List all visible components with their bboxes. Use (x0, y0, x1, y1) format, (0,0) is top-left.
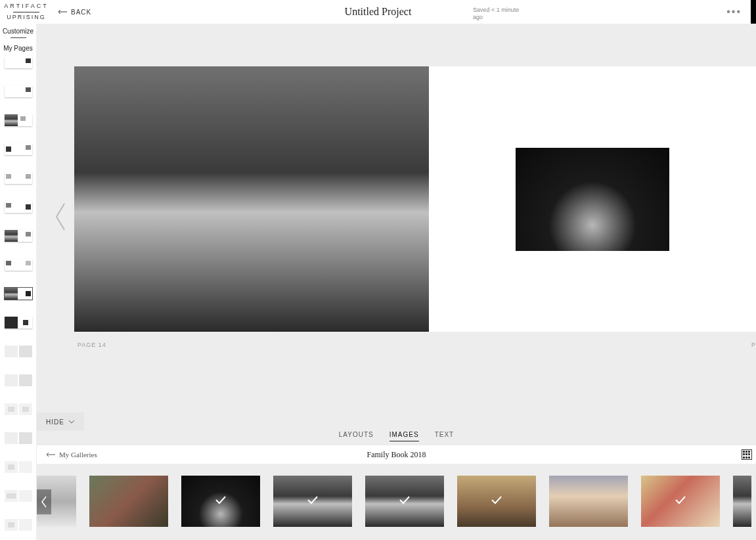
saved-status: Saved < 1 minute ago (473, 7, 520, 21)
page-thumb[interactable] (5, 461, 32, 473)
page-thumb[interactable] (5, 490, 32, 502)
check-icon (213, 493, 228, 510)
sidebar: Customize My Pages (0, 24, 37, 540)
page-spread (74, 66, 756, 332)
more-menu-button[interactable]: ••• (726, 6, 742, 18)
tab-customize[interactable]: Customize (0, 24, 36, 37)
gallery-image[interactable] (733, 476, 751, 527)
tab-layouts[interactable]: LAYOUTS (339, 431, 374, 441)
panel-tabs: LAYOUTS IMAGES TEXT (37, 422, 756, 441)
page-thumb[interactable] (5, 288, 32, 300)
page-thumb[interactable] (5, 374, 32, 386)
page-right[interactable] (429, 66, 756, 332)
gallery-image[interactable] (181, 476, 260, 527)
right-edge-handle[interactable] (751, 0, 756, 24)
chevron-down-icon (68, 420, 75, 424)
gallery-header: My Galleries Family Book 2018 (37, 445, 756, 464)
gallery-back-label: My Galleries (59, 451, 97, 459)
page-thumb[interactable] (5, 114, 32, 126)
check-icon (305, 493, 320, 510)
strip-prev-button[interactable] (37, 489, 51, 514)
arrow-left-icon (46, 452, 55, 457)
arrow-left-icon (58, 9, 67, 14)
gallery-image[interactable] (641, 476, 720, 527)
gallery-title: Family Book 2018 (367, 450, 426, 460)
back-button[interactable]: BACK (58, 9, 91, 16)
page-thumb[interactable] (5, 432, 32, 444)
photo-slot-centered[interactable] (516, 148, 669, 251)
page-left[interactable] (74, 66, 429, 332)
page-thumb[interactable] (5, 172, 32, 184)
photo-slot-full-bleed[interactable] (74, 66, 429, 332)
sidebar-tab-divider (11, 37, 26, 38)
page-thumb[interactable] (5, 403, 32, 415)
hide-panel-button[interactable]: HIDE (37, 413, 84, 431)
check-icon (673, 493, 688, 510)
logo-line1: ARTIFACT (0, 2, 53, 11)
page-thumb[interactable] (5, 259, 32, 271)
page-thumb[interactable] (5, 56, 32, 68)
hide-label: HIDE (46, 418, 64, 426)
page-thumb[interactable] (5, 85, 32, 97)
header: ARTIFACT UPRISING BACK Untitled Project … (0, 0, 756, 24)
gallery-back-button[interactable]: My Galleries (46, 451, 97, 459)
page-number-right: P (751, 342, 756, 348)
gallery-image[interactable] (549, 476, 628, 527)
project-title[interactable]: Untitled Project (345, 6, 412, 18)
tab-text[interactable]: TEXT (435, 431, 455, 441)
page-thumb[interactable] (5, 143, 32, 155)
grid-view-button[interactable] (742, 449, 752, 460)
page-thumb[interactable] (5, 519, 32, 531)
tab-images[interactable]: IMAGES (389, 431, 419, 441)
check-icon (397, 493, 412, 510)
page-thumbnails (0, 56, 36, 540)
brand-logo: ARTIFACT UPRISING (0, 2, 53, 22)
gallery-image[interactable] (273, 476, 352, 527)
back-label: BACK (71, 9, 91, 16)
tab-my-pages[interactable]: My Pages (0, 41, 36, 55)
page-number-left: PAGE 14 (78, 342, 106, 348)
page-thumb[interactable] (5, 317, 32, 328)
gallery-image[interactable] (457, 476, 536, 527)
image-strip (37, 464, 756, 540)
page-thumb[interactable] (5, 201, 32, 213)
check-icon (489, 493, 504, 510)
header-actions: ••• (726, 0, 756, 24)
logo-line2: UPRISING (0, 13, 53, 22)
prev-spread-button[interactable] (53, 201, 68, 235)
page-thumb[interactable] (5, 230, 32, 242)
gallery-image[interactable] (89, 476, 168, 527)
gallery-image[interactable] (365, 476, 444, 527)
logo-divider (13, 12, 39, 12)
bottom-panel: HIDE LAYOUTS IMAGES TEXT My Galleries Fa… (37, 422, 756, 540)
editor-canvas: PAGE 14 P (37, 24, 756, 435)
page-thumb[interactable] (5, 346, 32, 357)
